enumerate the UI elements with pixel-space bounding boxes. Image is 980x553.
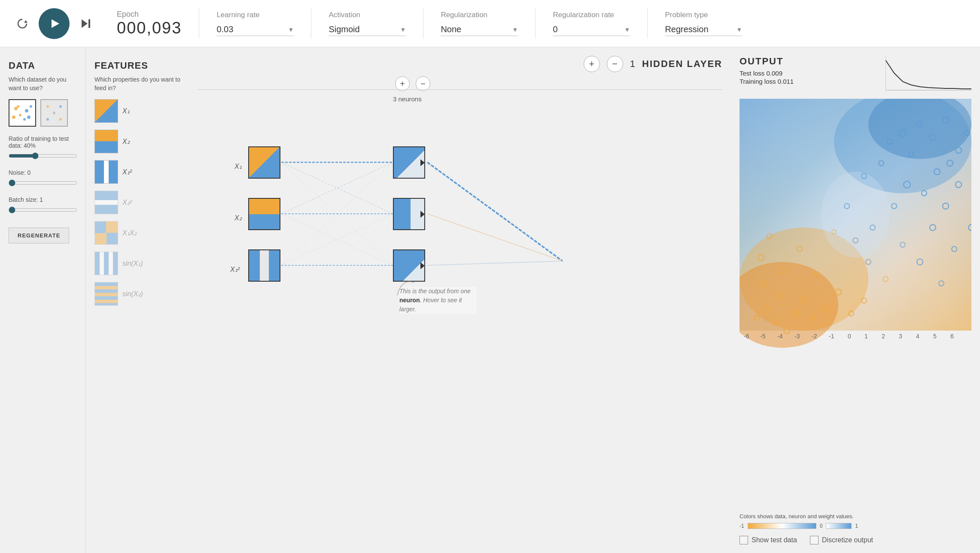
svg-marker-0 — [24, 20, 27, 23]
legend-mid: 0 — [820, 523, 823, 529]
epoch-section: Epoch 000,093 — [117, 10, 182, 37]
learning-rate-section: Learning rate 0.03 0.001 0.01 0.1 0.3 1 … — [216, 11, 294, 36]
svg-text:0: 0 — [848, 333, 851, 340]
svg-point-10 — [27, 115, 30, 119]
feature-label-x1sq: X₁² — [122, 168, 146, 176]
feature-sinx2[interactable]: sin(X₂) — [94, 282, 180, 306]
problem-type-select[interactable]: Regression Classification — [665, 23, 742, 36]
remove-layer-button[interactable]: − — [607, 56, 623, 72]
svg-point-6 — [12, 115, 15, 119]
feature-thumb-x1sq — [94, 160, 118, 184]
epoch-value: 000,093 — [117, 19, 182, 37]
activation-section: Activation Sigmoid Tanh ReLU Linear ▼ — [329, 11, 406, 36]
layer-count: 1 — [630, 58, 635, 70]
problem-type-label: Problem type — [665, 11, 742, 19]
hidden-neuron-2[interactable] — [393, 198, 425, 230]
data-panel: DATA Which dataset do you want to use? — [0, 47, 86, 553]
loss-chart — [886, 56, 971, 94]
activation-label: Activation — [329, 11, 406, 19]
add-layer-button[interactable]: + — [584, 56, 600, 72]
discretize-output-label: Discretize output — [822, 536, 873, 544]
network-header-row: + − 1 HIDDEN LAYER — [198, 56, 722, 72]
learning-rate-select[interactable]: 0.03 0.001 0.01 0.1 0.3 1 3 10 — [216, 23, 294, 36]
neuron-tooltip: This is the output from one neuron. Hove… — [399, 287, 477, 314]
svg-point-5 — [19, 114, 21, 116]
learning-rate-select-wrapper: 0.03 0.001 0.01 0.1 0.3 1 3 10 ▼ — [216, 23, 294, 36]
add-neuron-button[interactable]: + — [395, 76, 410, 91]
hidden-neuron-1[interactable] — [393, 146, 425, 179]
svg-line-25 — [281, 214, 393, 265]
svg-text:-5: -5 — [760, 333, 766, 340]
feature-sinx1[interactable]: sin(X₁) — [94, 252, 180, 275]
show-test-data-check[interactable]: Show test data — [740, 536, 797, 544]
svg-line-21 — [281, 162, 393, 214]
play-button[interactable] — [39, 8, 70, 39]
gradient-bar-right — [826, 523, 852, 529]
feature-label-x1x2: X₁X₂ — [122, 229, 146, 237]
layer-separator — [198, 89, 722, 90]
problem-type-section: Problem type Regression Classification ▼ — [665, 11, 742, 36]
svg-line-20 — [281, 162, 393, 265]
svg-text:-2: -2 — [812, 333, 817, 340]
output-header-left: OUTPUT Test loss 0.009 Training loss 0.0… — [740, 56, 794, 86]
svg-text:1: 1 — [864, 333, 868, 340]
header: Epoch 000,093 Learning rate 0.03 0.001 0… — [0, 0, 980, 47]
regularization-select[interactable]: None L1 L2 — [441, 23, 518, 36]
feature-x1sq[interactable]: X₁² — [94, 160, 180, 184]
output-header: OUTPUT Test loss 0.009 Training loss 0.0… — [740, 56, 971, 94]
svg-line-27 — [427, 162, 563, 261]
input-neuron-x1[interactable] — [248, 146, 280, 179]
svg-point-15 — [46, 118, 49, 121]
dataset-grid[interactable] — [40, 99, 68, 127]
svg-rect-3 — [88, 19, 90, 28]
hidden-neuron-3[interactable] — [393, 249, 425, 282]
activation-select[interactable]: Sigmoid Tanh ReLU Linear — [329, 23, 406, 36]
footer-checks: Show test data Discretize output — [740, 536, 971, 544]
reg-rate-select[interactable]: 0 0.001 0.003 0.01 0.03 0.1 0.3 1 3 10 — [553, 23, 630, 36]
test-loss: Test loss 0.009 — [740, 70, 794, 77]
feature-x1[interactable]: X₁ — [94, 99, 180, 123]
reset-button[interactable] — [13, 14, 32, 33]
noise-slider[interactable] — [9, 179, 77, 186]
feature-x2sq[interactable]: X₂² — [94, 191, 180, 214]
legend-max: 1 — [855, 523, 858, 529]
svg-text:-4: -4 — [777, 333, 783, 340]
feature-x2[interactable]: X₂ — [94, 130, 180, 153]
reg-rate-section: Regularization rate 0 0.001 0.003 0.01 0… — [553, 11, 630, 36]
feature-label-x1: X₁ — [122, 107, 146, 115]
features-title: FEATURES — [94, 60, 180, 71]
svg-point-38 — [821, 172, 890, 258]
svg-marker-2 — [82, 19, 88, 28]
input-neuron-x2[interactable] — [248, 198, 280, 230]
batch-slider[interactable] — [9, 207, 77, 213]
svg-point-17 — [53, 112, 55, 114]
remove-neuron-button[interactable]: − — [416, 76, 430, 91]
hidden-layer-title: HIDDEN LAYER — [642, 58, 722, 70]
regenerate-button[interactable]: REGENERATE — [9, 228, 69, 243]
data-title: DATA — [9, 60, 77, 71]
svg-text:-6: -6 — [744, 333, 749, 340]
features-panel: FEATURES Which properties do you want to… — [86, 47, 189, 553]
network-svg-container: + − 3 neurons — [198, 76, 722, 544]
ratio-slider-container: Ratio of training to test data: 40% — [9, 135, 77, 161]
feature-label-x2sq: X₂² — [122, 198, 146, 207]
data-subtitle: Which dataset do you want to use? — [9, 76, 77, 92]
dataset-scatter-selected[interactable] — [9, 99, 36, 127]
learning-rate-label: Learning rate — [216, 11, 294, 19]
feature-x1x2[interactable]: X₁X₂ — [94, 221, 180, 245]
input-neuron-x1sq[interactable] — [248, 249, 280, 282]
discretize-output-checkbox[interactable] — [810, 536, 819, 544]
discretize-output-check[interactable]: Discretize output — [810, 536, 873, 544]
svg-point-11 — [23, 118, 26, 121]
output-heatmap: -6 -5 -4 -3 -2 -1 0 1 2 3 4 5 6 6 5 4 3 … — [740, 99, 971, 348]
svg-text:-3: -3 — [794, 333, 800, 340]
svg-text:2: 2 — [882, 333, 885, 340]
svg-text:4: 4 — [916, 333, 919, 340]
output-title: OUTPUT — [740, 56, 794, 67]
batch-slider-container: Batch size: 1 — [9, 196, 77, 215]
step-button[interactable] — [76, 14, 95, 33]
ratio-slider[interactable] — [9, 152, 77, 159]
show-test-data-checkbox[interactable] — [740, 536, 748, 544]
input-label-x2: X₂ — [234, 214, 242, 222]
ratio-label: Ratio of training to test data: 40% — [9, 135, 77, 149]
